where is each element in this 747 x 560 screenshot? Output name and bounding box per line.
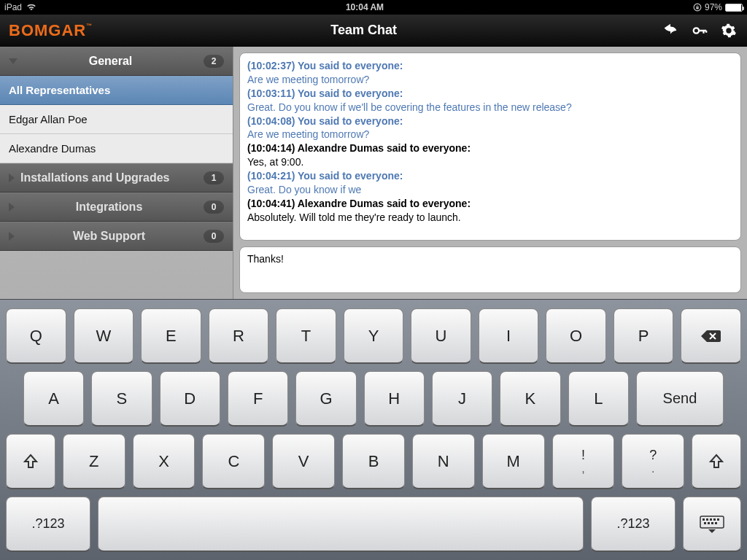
key-shift[interactable] xyxy=(6,434,55,489)
key-z[interactable]: Z xyxy=(63,434,125,489)
key-q[interactable]: Q xyxy=(6,308,66,364)
key-f[interactable]: F xyxy=(228,371,288,427)
chat-message: (10:04:14) Alexandre Dumas said to every… xyxy=(247,141,733,169)
svg-point-2 xyxy=(694,28,699,33)
chevron-down-icon xyxy=(9,58,18,64)
chat-message-body: Great. Do you know if we'll be covering … xyxy=(247,101,733,114)
sidebar-item-rep[interactable]: Edgar Allan Poe xyxy=(0,105,233,134)
chat-message-header: (10:04:41) Alexandre Dumas said to every… xyxy=(247,197,733,211)
key-r[interactable]: R xyxy=(209,308,269,364)
key-p[interactable]: P xyxy=(614,308,674,364)
key-l[interactable]: L xyxy=(568,371,629,427)
count-badge: 0 xyxy=(204,230,224,243)
key-label-bot: . xyxy=(651,463,654,475)
chat-message: (10:02:37) You said to everyone:Are we m… xyxy=(247,59,733,87)
key-j[interactable]: J xyxy=(432,371,492,427)
count-badge: 1 xyxy=(204,171,224,184)
chat-log[interactable]: (10:02:37) You said to everyone:Are we m… xyxy=(239,52,741,241)
key-i[interactable]: I xyxy=(479,308,539,364)
svg-rect-7 xyxy=(710,518,712,521)
sidebar-section-label: General xyxy=(18,55,204,68)
battery-icon xyxy=(725,4,743,12)
sidebar-item-label: Edgar Allan Poe xyxy=(9,113,88,125)
key-g[interactable]: G xyxy=(295,371,356,427)
key-e[interactable]: E xyxy=(141,308,201,364)
chat-message: (10:04:21) You said to everyone:Great. D… xyxy=(247,169,733,197)
main-area: General 2 All Representatives Edgar Alla… xyxy=(0,47,747,299)
key-o[interactable]: O xyxy=(546,308,606,364)
sidebar-section-label: Installations and Upgrades xyxy=(15,171,204,184)
svg-rect-10 xyxy=(704,522,706,524)
device-label: iPad xyxy=(4,2,22,12)
key-label-bot: , xyxy=(581,463,584,475)
key-d[interactable]: D xyxy=(160,371,220,427)
chat-message-body: Great. Do you know if we xyxy=(247,183,733,197)
on-screen-keyboard: QWERTYUIOP ASDFGHJKLSend ZXCVBNM!,?. .?1… xyxy=(0,299,747,560)
key-m[interactable]: M xyxy=(482,434,545,489)
key-send[interactable]: Send xyxy=(636,371,724,427)
sidebar-section-label: Integrations xyxy=(15,201,204,214)
key-label: .?123 xyxy=(616,516,649,532)
key-x[interactable]: X xyxy=(133,434,196,489)
key-t[interactable]: T xyxy=(276,308,336,364)
key-h[interactable]: H xyxy=(364,371,425,427)
key-space[interactable] xyxy=(98,497,584,552)
key-exclaim-comma[interactable]: !, xyxy=(552,434,615,489)
nav-bar: BOMGAR™ Team Chat xyxy=(0,15,747,47)
wifi-icon xyxy=(26,4,36,11)
chat-message-header: (10:02:37) You said to everyone: xyxy=(247,59,733,73)
status-bar: iPad 10:04 AM 97% xyxy=(0,0,747,15)
key-shift[interactable] xyxy=(692,434,741,489)
key-w[interactable]: W xyxy=(74,308,134,364)
key-mode-switch[interactable]: .?123 xyxy=(591,497,676,552)
backspace-icon xyxy=(700,329,722,343)
key-y[interactable]: Y xyxy=(344,308,404,364)
key-s[interactable]: S xyxy=(91,371,152,427)
chat-message-body: Are we meeting tomorrow? xyxy=(247,128,733,141)
key-k[interactable]: K xyxy=(500,371,560,427)
chat-message: (10:04:08) You said to everyone:Are we m… xyxy=(247,114,733,142)
chat-message-header: (10:04:08) You said to everyone: xyxy=(247,114,733,128)
chat-input[interactable]: Thanks! xyxy=(239,246,741,293)
clock: 10:04 AM xyxy=(36,2,693,12)
shift-icon xyxy=(22,453,39,470)
key-label-top: ! xyxy=(581,448,585,462)
svg-point-3 xyxy=(727,29,730,32)
key-mode-switch[interactable]: .?123 xyxy=(6,497,90,552)
orientation-lock-icon xyxy=(693,3,702,12)
sidebar-section-label: Web Support xyxy=(15,230,204,243)
key-c[interactable]: C xyxy=(202,434,265,489)
svg-rect-5 xyxy=(703,518,705,521)
chat-message: (10:03:11) You said to everyone:Great. D… xyxy=(247,87,733,114)
sidebar: General 2 All Representatives Edgar Alla… xyxy=(0,47,233,299)
sidebar-item-all-reps[interactable]: All Representatives xyxy=(0,76,233,105)
count-badge: 0 xyxy=(204,201,224,214)
svg-rect-11 xyxy=(708,522,710,524)
share-icon[interactable] xyxy=(662,23,678,39)
key-label: .?123 xyxy=(31,516,64,532)
chat-message: (10:04:41) Alexandre Dumas said to every… xyxy=(247,197,733,225)
chat-message-header: (10:04:14) Alexandre Dumas said to every… xyxy=(247,141,733,155)
svg-rect-8 xyxy=(713,518,716,521)
key-b[interactable]: B xyxy=(342,434,405,489)
chat-message-header: (10:04:21) You said to everyone: xyxy=(247,169,733,183)
sidebar-section-installations[interactable]: Installations and Upgrades 1 xyxy=(0,163,233,192)
sidebar-section-web-support[interactable]: Web Support 0 xyxy=(0,222,233,251)
key-backspace[interactable] xyxy=(681,308,741,364)
key-icon[interactable] xyxy=(692,23,708,39)
svg-rect-1 xyxy=(696,7,698,9)
gear-icon[interactable] xyxy=(721,23,737,39)
key-label-top: ? xyxy=(649,448,657,462)
key-v[interactable]: V xyxy=(272,434,335,489)
svg-rect-12 xyxy=(711,522,713,524)
key-n[interactable]: N xyxy=(412,434,475,489)
key-a[interactable]: A xyxy=(23,371,84,427)
sidebar-section-integrations[interactable]: Integrations 0 xyxy=(0,192,233,222)
chat-message-body: Absolutely. Will told me they're ready t… xyxy=(247,211,733,225)
key-u[interactable]: U xyxy=(411,308,471,364)
sidebar-item-rep[interactable]: Alexandre Dumas xyxy=(0,134,233,163)
key-question-period[interactable]: ?. xyxy=(622,434,684,489)
chevron-right-icon xyxy=(9,232,15,241)
sidebar-section-general[interactable]: General 2 xyxy=(0,47,233,76)
key-dismiss-keyboard[interactable] xyxy=(683,497,741,552)
